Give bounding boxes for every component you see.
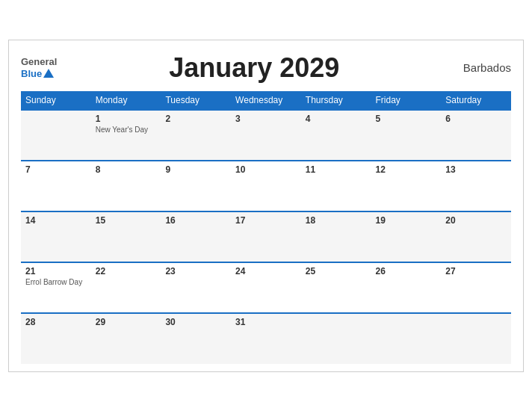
- weekday-header-tuesday: Tuesday: [161, 91, 231, 110]
- calendar-cell: 17: [231, 211, 301, 262]
- day-number: 24: [235, 266, 297, 276]
- calendar-cell: [371, 313, 442, 364]
- day-number: 11: [306, 164, 367, 175]
- calendar-cell: 15: [91, 211, 161, 262]
- weekday-header-monday: Monday: [91, 91, 161, 110]
- week-row-4: 28293031: [21, 313, 511, 364]
- day-number: 26: [376, 266, 437, 276]
- holiday-label: Errol Barrow Day: [25, 278, 87, 286]
- weekday-header-saturday: Saturday: [441, 91, 511, 110]
- day-number: 20: [445, 215, 507, 226]
- day-number: 22: [96, 266, 157, 276]
- calendar-cell: 11: [301, 161, 371, 211]
- calendar-cell: 18: [301, 211, 371, 262]
- calendar-cell: 12: [371, 161, 442, 211]
- day-number: 1: [96, 114, 157, 124]
- calendar-header: General Blue January 2029 Barbados: [21, 52, 511, 84]
- calendar-cell: 14: [21, 211, 91, 262]
- calendar-cell: 5: [371, 110, 442, 161]
- day-number: 2: [165, 114, 226, 124]
- calendar-cell: 25: [301, 262, 371, 313]
- week-row-3: 21Errol Barrow Day222324252627: [21, 262, 511, 313]
- weekday-header-sunday: Sunday: [21, 91, 91, 110]
- calendar-cell: 16: [161, 211, 231, 262]
- calendar-cell: 2: [161, 110, 231, 161]
- day-number: 3: [235, 114, 297, 124]
- day-number: 14: [25, 215, 87, 226]
- day-number: 17: [235, 215, 297, 226]
- calendar-cell: 8: [91, 161, 161, 211]
- day-number: 16: [165, 215, 226, 226]
- week-row-0: 1New Year's Day23456: [21, 110, 511, 161]
- day-number: 8: [96, 164, 157, 175]
- week-row-2: 14151617181920: [21, 211, 511, 262]
- calendar-cell: 31: [231, 313, 301, 364]
- calendar-container: General Blue January 2029 Barbados Sunda…: [8, 40, 524, 372]
- weekday-header-thursday: Thursday: [301, 91, 371, 110]
- weekday-header-row: SundayMondayTuesdayWednesdayThursdayFrid…: [21, 91, 511, 110]
- calendar-cell: 13: [441, 161, 511, 211]
- day-number: 13: [445, 164, 507, 175]
- calendar-cell: 20: [441, 211, 511, 262]
- calendar-cell: 19: [371, 211, 442, 262]
- day-number: 31: [235, 317, 297, 327]
- day-number: 6: [445, 114, 507, 124]
- day-number: 21: [25, 266, 87, 276]
- calendar-cell: 4: [301, 110, 371, 161]
- calendar-table: SundayMondayTuesdayWednesdayThursdayFrid…: [21, 91, 511, 364]
- calendar-cell: 24: [231, 262, 301, 313]
- day-number: 23: [165, 266, 226, 276]
- day-number: 28: [25, 317, 87, 327]
- logo-blue-text: Blue: [21, 68, 57, 80]
- calendar-cell: 22: [91, 262, 161, 313]
- calendar-cell: [301, 313, 371, 364]
- day-number: 15: [96, 215, 157, 226]
- weekday-header-friday: Friday: [371, 91, 442, 110]
- day-number: 5: [376, 114, 437, 124]
- day-number: 9: [165, 164, 226, 175]
- calendar-cell: 6: [441, 110, 511, 161]
- day-number: 18: [306, 215, 367, 226]
- day-number: 30: [165, 317, 226, 327]
- calendar-cell: 29: [91, 313, 161, 364]
- logo-general-text: General: [21, 56, 57, 68]
- calendar-cell: 7: [21, 161, 91, 211]
- holiday-label: New Year's Day: [96, 126, 157, 134]
- day-number: 4: [306, 114, 367, 124]
- day-number: 7: [25, 164, 87, 175]
- calendar-cell: 27: [441, 262, 511, 313]
- calendar-cell: 1New Year's Day: [91, 110, 161, 161]
- calendar-cell: 10: [231, 161, 301, 211]
- logo: General Blue: [21, 56, 57, 79]
- calendar-cell: [21, 110, 91, 161]
- calendar-title: January 2029: [57, 52, 451, 84]
- calendar-cell: [441, 313, 511, 364]
- calendar-cell: 9: [161, 161, 231, 211]
- week-row-1: 78910111213: [21, 161, 511, 211]
- day-number: 25: [306, 266, 367, 276]
- weekday-header-wednesday: Wednesday: [231, 91, 301, 110]
- calendar-cell: 23: [161, 262, 231, 313]
- day-number: 12: [376, 164, 437, 175]
- calendar-country: Barbados: [451, 61, 511, 74]
- day-number: 19: [376, 215, 437, 226]
- calendar-cell: 30: [161, 313, 231, 364]
- day-number: 10: [235, 164, 297, 175]
- logo-triangle-icon: [43, 69, 54, 78]
- day-number: 27: [445, 266, 507, 276]
- calendar-cell: 21Errol Barrow Day: [21, 262, 91, 313]
- day-number: 29: [96, 317, 157, 327]
- calendar-cell: 3: [231, 110, 301, 161]
- calendar-cell: 26: [371, 262, 442, 313]
- calendar-cell: 28: [21, 313, 91, 364]
